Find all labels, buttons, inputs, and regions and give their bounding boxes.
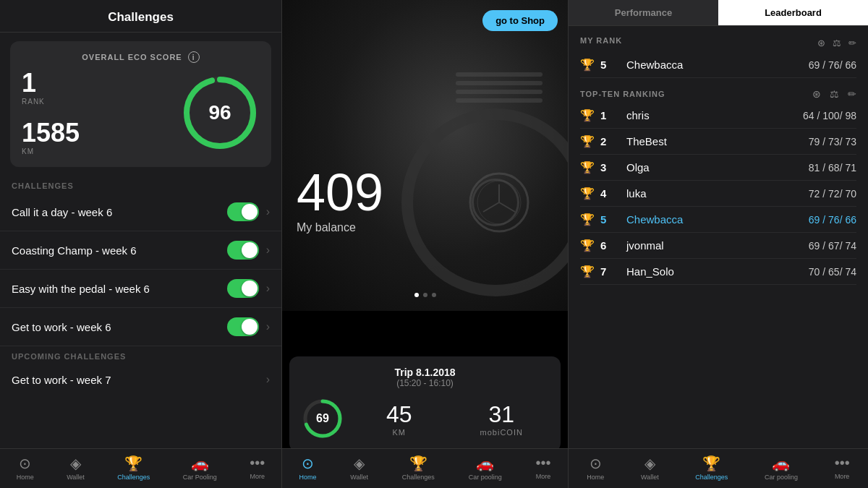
rank-name-1: TheBest <box>626 135 791 147</box>
left-bottom-nav: ⊙ Home ◈ Wallet 🏆 Challenges 🚗 Car Pooli… <box>0 448 281 488</box>
eco-score-content: 1 RANK 1585 KM 96 <box>22 70 260 155</box>
trip-card: Trip 8.1.2018 (15:20 - 16:10) 69 45 KM 3… <box>289 356 561 452</box>
top-ten-label: TOP-TEN RANKING <box>580 90 665 98</box>
rank-score-1: 79 / 73/ 73 <box>791 136 856 147</box>
trophy-icon-0: 🏆 <box>580 108 595 122</box>
right-nav-home[interactable]: ⊙ Home <box>581 453 610 482</box>
challenge-toggle-0[interactable] <box>227 202 259 221</box>
right-panel: Performance Leaderboard MY RANK ⊛ ⚖ ✏ 🏆 … <box>568 0 868 488</box>
mid-nav-more[interactable]: ••• More <box>530 453 557 482</box>
right-carpooling-label: Car pooling <box>765 474 798 481</box>
rank-row-4: 🏆 5 Chewbacca 69 / 76/ 66 <box>580 207 856 233</box>
filter-icon-1[interactable]: ⊛ <box>817 38 825 48</box>
chevron-icon-1[interactable]: › <box>266 244 270 257</box>
trophy-icon-4: 🏆 <box>580 213 595 226</box>
km-label: KM <box>22 147 80 155</box>
my-rank-section: MY RANK ⊛ ⚖ ✏ 🏆 5 Chewbacca 69 / 76/ 66 <box>569 26 868 82</box>
rank-name-2: Olga <box>626 161 791 174</box>
upcoming-item-0[interactable]: Get to work - week 7 › <box>0 364 281 395</box>
mid-wallet-icon: ◈ <box>354 455 365 472</box>
tab-performance[interactable]: Performance <box>569 0 718 25</box>
rank-score-3: 72 / 72/ 70 <box>791 188 856 200</box>
trip-km-stat: 45 KM <box>352 401 447 437</box>
mid-challenges-icon: 🏆 <box>409 455 427 472</box>
mid-nav-wallet[interactable]: ◈ Wallet <box>344 453 374 482</box>
challenge-right-1: › <box>227 241 270 260</box>
mid-more-label: More <box>536 473 551 480</box>
top-ten-header: TOP-TEN RANKING ⊛ ⚖ ✏ <box>569 82 868 103</box>
challenge-item-1[interactable]: Coasting Champ - week 6 › <box>0 231 281 270</box>
filter-icon-3[interactable]: ✏ <box>848 38 856 48</box>
balance-number: 409 <box>297 166 383 218</box>
eco-score-box: OVERALL ECO SCORE i 1 RANK 1585 KM 96 <box>10 41 271 167</box>
eco-score-title: OVERALL ECO SCORE <box>82 53 182 61</box>
left-nav-more[interactable]: ••• More <box>244 453 271 482</box>
challenges-header: Challenges <box>0 0 281 33</box>
balance-section: 409 My balance <box>297 166 383 234</box>
trip-score-circle: 69 <box>301 397 344 440</box>
challenge-name-0: Call it a day - week 6 <box>12 206 112 218</box>
challenges-label-nav: Challenges <box>117 474 150 481</box>
challenge-item-2[interactable]: Easy with the pedal - week 6 › <box>0 270 281 308</box>
rank-value: 1 <box>22 70 80 96</box>
left-nav-wallet[interactable]: ◈ Wallet <box>61 453 90 482</box>
right-nav-wallet[interactable]: ◈ Wallet <box>635 453 665 482</box>
right-challenges-icon: 🏆 <box>702 455 720 472</box>
rank-pos-2: 3 <box>600 161 621 174</box>
trophy-icon-5: 🏆 <box>580 239 595 252</box>
left-nav-challenges[interactable]: 🏆 Challenges <box>111 453 156 482</box>
filter-icon-b[interactable]: ⚖ <box>830 88 839 100</box>
right-nav-more[interactable]: ••• More <box>829 453 856 482</box>
chevron-icon-3[interactable]: › <box>266 320 270 333</box>
challenge-item-0[interactable]: Call it a day - week 6 › <box>0 193 281 231</box>
mid-nav-carpooling[interactable]: 🚗 Car pooling <box>463 453 508 482</box>
more-icon: ••• <box>250 455 265 471</box>
chevron-icon-2[interactable]: › <box>266 282 270 295</box>
right-nav-carpooling[interactable]: 🚗 Car pooling <box>759 453 804 482</box>
home-label: Home <box>17 474 34 481</box>
trip-mobi-label: mobiCOIN <box>454 428 550 437</box>
left-nav-home[interactable]: ⊙ Home <box>11 453 40 482</box>
left-nav-carpooling[interactable]: 🚗 Car Pooling <box>177 453 223 482</box>
filter-icon-c[interactable]: ✏ <box>848 88 856 100</box>
balance-label: My balance <box>297 221 383 234</box>
right-nav-challenges[interactable]: 🏆 Challenges <box>689 453 733 482</box>
trip-km-value: 45 <box>352 401 447 428</box>
challenge-name-2: Easy with the pedal - week 6 <box>12 283 150 295</box>
rank-score-5: 69 / 67/ 74 <box>791 240 856 252</box>
eco-score-title-row: OVERALL ECO SCORE i <box>22 51 260 63</box>
upcoming-name-0: Get to work - week 7 <box>12 374 111 386</box>
upcoming-chevron-0[interactable]: › <box>266 373 270 386</box>
challenge-toggle-1[interactable] <box>227 241 259 260</box>
tab-leaderboard[interactable]: Leaderboard <box>718 0 868 25</box>
rank-row-6: 🏆 7 Han_Solo 70 / 65/ 74 <box>580 259 856 285</box>
mid-nav-challenges[interactable]: 🏆 Challenges <box>396 453 441 482</box>
mid-nav-home[interactable]: ⊙ Home <box>293 453 322 482</box>
my-rank-name: Chewbacca <box>626 59 791 71</box>
challenges-section-label: CHALLENGES <box>0 176 281 193</box>
chevron-icon-0[interactable]: › <box>266 205 270 218</box>
challenges-list: Call it a day - week 6 › Coasting Champ … <box>0 193 281 346</box>
challenge-toggle-2[interactable] <box>227 279 259 298</box>
filter-icon-a[interactable]: ⊛ <box>812 88 821 100</box>
challenge-right-0: › <box>227 202 270 221</box>
dot-indicators <box>414 293 436 297</box>
mid-car-icon: 🚗 <box>476 455 494 472</box>
shop-button[interactable]: go to Shop <box>482 10 558 31</box>
my-rank-icons: ⊛ ⚖ ✏ <box>817 38 856 48</box>
challenge-item-3[interactable]: Get to work - week 6 › <box>0 308 281 346</box>
tab-bar: Performance Leaderboard <box>569 0 868 26</box>
eco-score-circle: 96 <box>180 73 260 153</box>
svg-line-10 <box>499 202 515 212</box>
middle-bottom-nav: ⊙ Home ◈ Wallet 🏆 Challenges 🚗 Car pooli… <box>282 448 568 488</box>
more-label: More <box>250 473 265 480</box>
right-wallet-label: Wallet <box>641 474 659 481</box>
trophy-icon-2: 🏆 <box>580 160 595 174</box>
my-rank-label: MY RANK <box>580 36 622 45</box>
upcoming-section-label: UPCOMING CHALLENGES <box>0 346 281 364</box>
info-icon[interactable]: i <box>188 51 200 63</box>
trophy-icon-my: 🏆 <box>580 58 595 72</box>
mid-challenges-label: Challenges <box>402 474 435 481</box>
challenge-toggle-3[interactable] <box>227 317 259 336</box>
filter-icon-2[interactable]: ⚖ <box>833 38 841 48</box>
